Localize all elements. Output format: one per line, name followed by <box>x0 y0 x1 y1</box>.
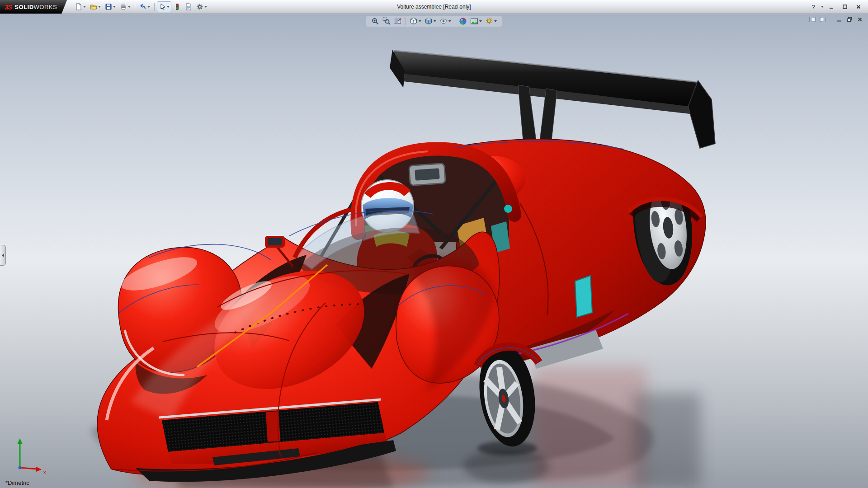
dropdown-caret-icon <box>448 20 451 22</box>
side-window <box>575 276 592 317</box>
maximize-window-button[interactable] <box>839 2 851 11</box>
restore-document-button[interactable] <box>845 15 854 23</box>
dropdown-caret-icon <box>113 6 116 8</box>
pane-toggle-left-button[interactable] <box>808 15 817 23</box>
dropdown-caret-icon <box>494 20 497 22</box>
panel-flyout-tab[interactable] <box>0 245 6 266</box>
open-button[interactable] <box>88 1 103 12</box>
y-axis-arrow <box>17 438 23 444</box>
undo-button[interactable] <box>137 1 152 12</box>
dropdown-caret-icon <box>147 6 150 8</box>
x-axis-label: x <box>43 469 46 475</box>
dropdown-caret-icon <box>479 20 482 22</box>
reference-triad: x <box>6 434 52 477</box>
minimize-icon <box>829 4 834 9</box>
minimize-window-button[interactable] <box>826 2 837 11</box>
display-style-button[interactable] <box>424 17 437 26</box>
dropdown-caret-icon <box>204 6 207 8</box>
view-orientation-cube-icon <box>410 17 418 25</box>
rebuild-stoplight-icon <box>174 3 181 10</box>
logo-text: SOLIDWORKS <box>14 3 57 11</box>
undo-icon <box>139 3 146 10</box>
window-title: Voiture assemblee [Read-only] <box>397 4 471 10</box>
section-view-icon <box>394 17 402 25</box>
window-controls: ? <box>807 2 868 11</box>
zoom-to-area-icon <box>382 17 391 25</box>
help-button[interactable]: ? <box>807 2 819 11</box>
heads-up-view-toolbar <box>366 16 502 27</box>
toolbar-separator <box>135 3 135 11</box>
hud-separator <box>406 18 406 25</box>
hoop-intake-box <box>409 163 446 185</box>
new-document-button[interactable] <box>73 1 88 12</box>
dropdown-caret-icon <box>83 6 86 8</box>
3d-model-view[interactable] <box>0 14 868 488</box>
edit-appearance-button[interactable] <box>458 17 468 26</box>
maximize-icon <box>842 4 848 9</box>
x-axis-arrow <box>36 467 42 472</box>
close-document-button[interactable] <box>855 15 864 23</box>
pane-right-icon <box>820 17 826 22</box>
dropdown-caret-icon <box>128 6 131 8</box>
options-button[interactable] <box>194 1 209 12</box>
select-button[interactable] <box>157 1 171 12</box>
select-cursor-icon <box>159 3 166 10</box>
file-properties-button[interactable] <box>183 1 194 12</box>
zoom-to-fit-button[interactable] <box>370 17 380 26</box>
hide-show-eye-icon <box>439 17 448 25</box>
close-window-button[interactable] <box>853 2 864 11</box>
file-properties-icon <box>185 3 192 10</box>
section-view-button[interactable] <box>393 17 403 26</box>
appearance-ball-icon <box>459 17 467 25</box>
apply-scene-button[interactable] <box>469 17 483 26</box>
dropdown-caret-icon <box>98 6 101 8</box>
minimize-document-button[interactable] <box>835 15 844 23</box>
minimize-icon <box>836 17 842 22</box>
view-orientation-button[interactable] <box>409 17 422 26</box>
print-icon <box>120 3 127 10</box>
display-style-icon <box>425 17 433 25</box>
close-icon <box>857 17 863 22</box>
document-window-controls <box>808 15 864 23</box>
toolbar-separator <box>154 3 155 11</box>
view-orientation-label: *Dimetric <box>5 479 29 486</box>
save-icon <box>105 3 112 10</box>
3ds-logo-icon: 3S <box>5 3 12 11</box>
hide-show-items-button[interactable] <box>439 17 452 26</box>
zoom-to-fit-icon <box>371 17 379 25</box>
pane-toggle-right-button[interactable] <box>818 15 827 23</box>
standard-toolbar <box>73 1 209 12</box>
graphics-area[interactable]: x *Dimetric <box>0 14 868 488</box>
rebuild-button[interactable] <box>172 1 183 12</box>
dropdown-caret-icon <box>419 20 421 22</box>
pane-left-icon <box>809 17 816 22</box>
hud-separator <box>455 18 455 25</box>
new-document-icon <box>75 3 82 10</box>
save-button[interactable] <box>103 1 118 12</box>
collapse-arrow-icon <box>2 253 4 257</box>
z-axis-dot <box>19 466 22 469</box>
teal-fitting <box>504 205 512 213</box>
window-titlebar: 3S SOLIDWORKS <box>0 0 868 14</box>
view-settings-icon <box>485 17 493 25</box>
print-button[interactable] <box>118 1 132 12</box>
help-caret-icon <box>821 6 824 8</box>
dropdown-caret-icon <box>434 20 436 22</box>
dropdown-caret-icon <box>167 6 170 8</box>
view-settings-button[interactable] <box>484 17 498 26</box>
restore-icon <box>847 17 852 22</box>
close-icon <box>856 4 861 9</box>
open-folder-icon <box>90 3 97 10</box>
zoom-to-area-button[interactable] <box>382 17 392 26</box>
apply-scene-icon <box>470 17 478 25</box>
gear-icon <box>196 3 203 10</box>
solidworks-logo: 3S SOLIDWORKS <box>0 0 67 14</box>
